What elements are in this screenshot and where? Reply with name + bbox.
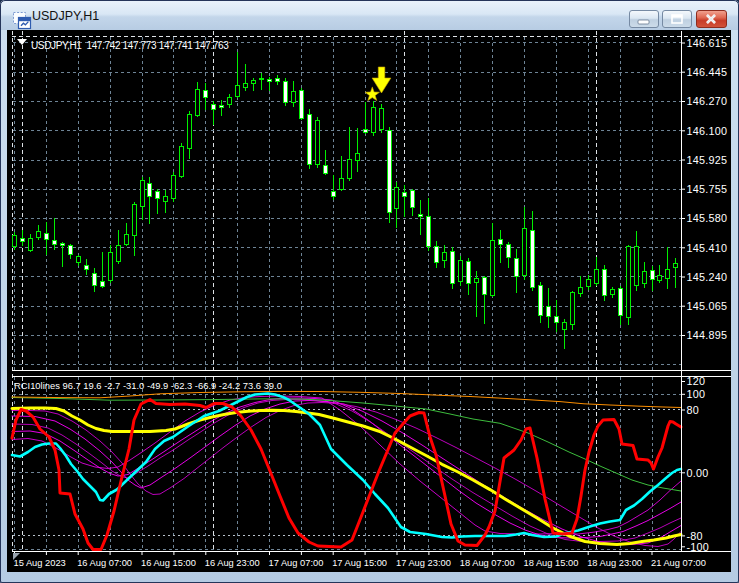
svg-text:145.240: 145.240 xyxy=(687,271,728,283)
svg-text:17 Aug 15:00: 17 Aug 15:00 xyxy=(332,558,387,568)
svg-text:100: 100 xyxy=(687,388,706,400)
svg-text:17 Aug 23:00: 17 Aug 23:00 xyxy=(396,558,451,568)
svg-text:21 Aug 07:00: 21 Aug 07:00 xyxy=(651,558,706,568)
svg-text:120: 120 xyxy=(687,375,706,387)
svg-text:146.445: 146.445 xyxy=(687,66,728,78)
svg-text:16 Aug 23:00: 16 Aug 23:00 xyxy=(205,558,260,568)
svg-text:USDJPY,H1 147.742 147.773 147: USDJPY,H1 147.742 147.773 147.741 147.76… xyxy=(31,40,229,51)
svg-text:-100: -100 xyxy=(687,541,710,553)
svg-text:146.615: 146.615 xyxy=(687,37,728,49)
svg-text:145.925: 145.925 xyxy=(687,154,728,166)
svg-text:15 Aug 2023: 15 Aug 2023 xyxy=(14,558,66,568)
svg-text:18 Aug 15:00: 18 Aug 15:00 xyxy=(524,558,579,568)
svg-text:146.100: 146.100 xyxy=(687,125,728,137)
svg-text:18 Aug 07:00: 18 Aug 07:00 xyxy=(460,558,515,568)
svg-text:145.410: 145.410 xyxy=(687,242,728,254)
svg-text:80: 80 xyxy=(687,404,700,416)
svg-text:144.895: 144.895 xyxy=(687,329,728,341)
svg-text:145.065: 145.065 xyxy=(687,300,728,312)
svg-text:16 Aug 15:00: 16 Aug 15:00 xyxy=(141,558,196,568)
svg-text:17 Aug 07:00: 17 Aug 07:00 xyxy=(269,558,324,568)
svg-text:145.580: 145.580 xyxy=(687,212,728,224)
svg-text:16 Aug 07:00: 16 Aug 07:00 xyxy=(77,558,132,568)
svg-text:18 Aug 23:00: 18 Aug 23:00 xyxy=(587,558,642,568)
svg-text:RCI10lines 96.7 19.6 -2.7 -31.: RCI10lines 96.7 19.6 -2.7 -31.0 -49.9 -6… xyxy=(14,380,282,391)
svg-text:146.270: 146.270 xyxy=(687,95,728,107)
svg-text:145.755: 145.755 xyxy=(687,183,728,195)
svg-text:0.00: 0.00 xyxy=(687,467,709,479)
